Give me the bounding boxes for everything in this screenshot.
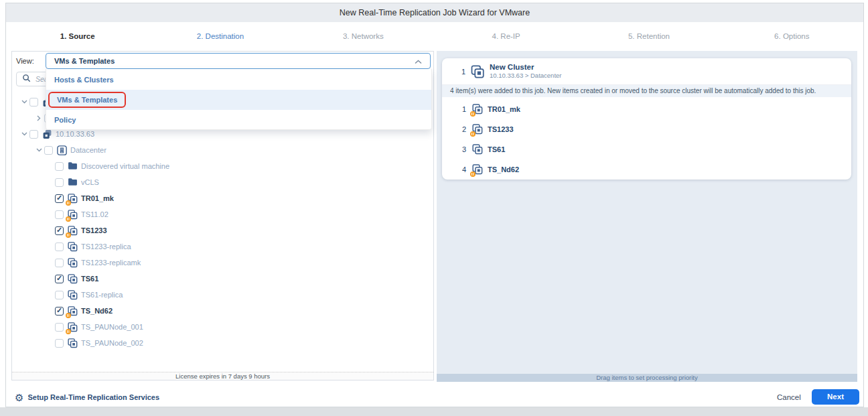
tree-item-label: Discovered virtual machine — [81, 162, 169, 170]
tree-row-vm[interactable]: TS1233 — [12, 222, 433, 238]
pause-badge-icon — [66, 313, 71, 318]
step-networks[interactable]: 3. Networks — [292, 22, 435, 51]
step-destination[interactable]: 2. Destination — [149, 22, 291, 51]
step-source[interactable]: 1. Source — [6, 22, 149, 51]
pause-badge-icon — [470, 111, 476, 117]
tree-row-vm[interactable]: TS61 — [12, 271, 433, 287]
tree-row-vm[interactable]: TS1233-replicamk — [12, 255, 433, 271]
menu-item-hosts-clusters[interactable]: Hosts & Clusters — [46, 70, 431, 90]
checkbox[interactable] — [55, 323, 64, 332]
vm-icon — [472, 144, 483, 155]
tree-item-label: TS1233-replica — [81, 242, 131, 251]
vm-name: TS_Nd62 — [488, 165, 519, 174]
checkbox[interactable] — [29, 98, 38, 107]
chevron-down-icon[interactable] — [20, 98, 28, 106]
pause-badge-icon — [66, 200, 71, 206]
view-select-value: VMs & Templates — [54, 57, 415, 65]
chevron-right-icon[interactable] — [35, 114, 43, 122]
vm-icon — [68, 274, 78, 284]
job-vm-row[interactable]: 1 TR01_mk — [442, 99, 851, 119]
cluster-index: 1 — [461, 68, 471, 76]
view-dropdown-menu: Hosts & Clusters VMs & Templates Policy — [46, 69, 432, 130]
chevron-down-icon[interactable] — [35, 146, 43, 154]
tree-row-datacenter[interactable]: Datacenter — [12, 142, 433, 158]
checkbox-checked[interactable] — [55, 307, 64, 316]
source-panel: View: VMs & Templates Search 10.1 — [11, 51, 434, 380]
cluster-path: 10.10.33.63 > Datacenter — [490, 72, 561, 80]
vm-name: TS1233 — [488, 125, 514, 133]
checkbox[interactable] — [55, 339, 64, 348]
view-select[interactable]: VMs & Templates — [46, 53, 431, 69]
folder-icon — [68, 161, 78, 171]
cluster-card-header: 1 New Cluster 10.10.33.63 > Datacenter — [442, 58, 851, 85]
menu-item-label: VMs & Templates — [57, 96, 117, 104]
checkbox[interactable] — [44, 146, 53, 155]
checkbox-checked[interactable] — [55, 275, 64, 283]
chevron-up-icon — [415, 55, 422, 67]
chevron-down-icon[interactable] — [20, 130, 28, 138]
tree-item-label: Datacenter — [70, 146, 106, 154]
vm-icon — [68, 306, 78, 316]
tree-item-label: TS_PAUNode_002 — [81, 339, 143, 347]
view-label: View: — [16, 53, 34, 69]
tree-row-vm[interactable]: TS61-replica — [12, 287, 433, 303]
vm-icon — [68, 290, 78, 300]
search-icon — [22, 73, 31, 85]
job-vm-row[interactable]: 4 TS_Nd62 — [442, 159, 851, 180]
step-retention[interactable]: 5. Retention — [577, 22, 720, 51]
menu-item-policy[interactable]: Policy — [46, 110, 431, 130]
checkbox-checked[interactable] — [55, 194, 64, 203]
tree-row-vm[interactable]: TS11.02 — [12, 206, 433, 222]
items-info-bar: 4 item(s) were added to this job. New it… — [442, 85, 851, 97]
tree-row-vm[interactable]: TS1233-replica — [12, 238, 433, 255]
next-button[interactable]: Next — [812, 389, 859, 405]
vcenter-icon — [42, 129, 52, 139]
pause-badge-icon — [66, 232, 71, 238]
tree-row-folder[interactable]: Discovered virtual machine — [12, 158, 433, 174]
tree-row-vm[interactable]: TS_PAUNode_001 — [12, 319, 433, 335]
checkbox[interactable] — [55, 259, 64, 267]
menu-item-label: Policy — [54, 116, 76, 124]
vm-name: TS61 — [488, 145, 505, 153]
wizard-title: New Real-Time Replication Job Wizard for… — [340, 8, 530, 17]
tree-row-folder[interactable]: vCLS — [12, 174, 433, 190]
vm-icon — [472, 124, 483, 135]
tree-row-vm[interactable]: TS_PAUNode_002 — [12, 335, 433, 351]
pause-badge-icon — [470, 131, 476, 137]
tree-row-vm[interactable]: TR01_mk — [12, 190, 433, 206]
checkbox[interactable] — [55, 291, 64, 299]
vm-icon — [68, 322, 78, 332]
setup-replication-services-link[interactable]: ⚙ Setup Real-Time Replication Services — [15, 391, 159, 403]
tree-item-label: 10.10.33.63 — [56, 130, 94, 138]
checkbox[interactable] — [55, 210, 64, 219]
cluster-texts: New Cluster 10.10.33.63 > Datacenter — [490, 63, 561, 80]
tree-item-label: TS1233-replicamk — [81, 259, 141, 267]
cancel-button[interactable]: Cancel — [777, 393, 801, 401]
checkbox-checked[interactable] — [55, 226, 64, 235]
vm-icon — [68, 194, 78, 204]
tree-item-label: TR01_mk — [81, 194, 114, 202]
cluster-name: New Cluster — [490, 63, 561, 72]
bottom-strip — [0, 407, 868, 416]
checkbox[interactable] — [29, 130, 38, 139]
step-options[interactable]: 6. Options — [721, 22, 863, 51]
tree-item-label: TS11.02 — [81, 210, 108, 218]
tree-item-label: TS61-replica — [81, 291, 123, 299]
license-note: License expires in 7 days 9 hours — [12, 372, 433, 380]
wizard-step-bar: 1. Source 2. Destination 3. Networks 4. … — [6, 22, 863, 51]
vm-icon — [68, 338, 78, 348]
menu-item-vms-templates[interactable]: VMs & Templates — [46, 90, 431, 110]
tree-row-vm[interactable]: TS_Nd62 — [12, 303, 433, 319]
job-items-panel: 1 New Cluster 10.10.33.63 > Datacenter 4… — [437, 51, 857, 382]
step-reip[interactable]: 4. Re-IP — [435, 22, 577, 51]
pause-badge-icon — [66, 329, 71, 334]
checkbox[interactable] — [55, 242, 64, 251]
vm-icon — [472, 164, 483, 175]
wizard-titlebar: New Real-Time Replication Job Wizard for… — [6, 3, 863, 22]
job-vm-row[interactable]: 3 TS61 — [442, 139, 851, 159]
tree-item-label: TS_Nd62 — [81, 307, 113, 315]
checkbox[interactable] — [55, 162, 64, 171]
cluster-icon — [471, 65, 484, 78]
checkbox[interactable] — [55, 178, 64, 187]
job-vm-row[interactable]: 2 TS1233 — [442, 119, 851, 139]
